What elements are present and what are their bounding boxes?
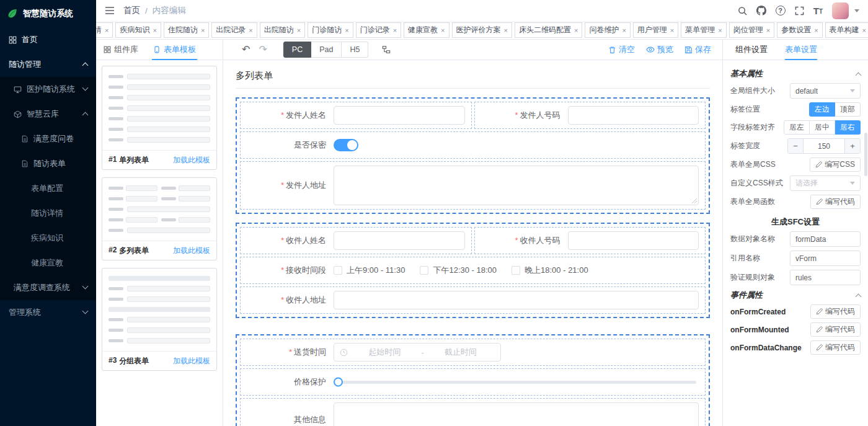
close-icon[interactable]: ×	[392, 27, 397, 34]
form-section-delivery[interactable]: *送货时间 起始时间 - 截止时间 价格保	[236, 334, 710, 426]
form-section-sender[interactable]: *发件人姓名 *发件人号码 是否保密	[236, 97, 710, 214]
search-icon[interactable]	[738, 6, 747, 16]
write-code-button[interactable]: 编写代码	[810, 195, 861, 209]
write-code-button[interactable]: 编写代码	[810, 304, 861, 319]
close-icon[interactable]: ×	[503, 27, 508, 34]
label-pos-top-button[interactable]: 顶部	[835, 102, 861, 117]
write-code-button[interactable]: 编写代码	[810, 322, 861, 337]
tag-param-settings[interactable]: 参数设置×	[777, 22, 822, 38]
sidebar-item-home[interactable]: 首页	[0, 27, 96, 52]
preview-button[interactable]: 预览	[646, 44, 673, 55]
receiver-address-input[interactable]	[334, 291, 699, 309]
close-icon[interactable]: ×	[200, 27, 205, 34]
label-width-value[interactable]: 150	[804, 139, 844, 153]
device-h5-button[interactable]: H5	[342, 42, 368, 58]
form-cell[interactable]: 是否保密	[240, 131, 706, 159]
load-template-link[interactable]: 加载此模板	[173, 356, 210, 366]
close-icon[interactable]: ×	[344, 27, 348, 34]
close-icon[interactable]: ×	[440, 27, 445, 34]
app-logo[interactable]: 智慧随访系统	[0, 0, 96, 27]
close-icon[interactable]: ×	[862, 27, 866, 34]
tab-component-settings[interactable]: 组件设置	[735, 40, 768, 60]
form-cell[interactable]: *收件人地址	[240, 286, 706, 314]
receiver-number-input[interactable]	[568, 231, 699, 250]
slider-track[interactable]	[334, 381, 696, 384]
load-template-link[interactable]: 加载此模板	[173, 246, 210, 256]
global-size-select[interactable]: default	[790, 83, 861, 99]
form-cell[interactable]: 价格保护	[240, 368, 706, 396]
checkbox-evening[interactable]: 晚上18:00 - 21:00	[512, 265, 588, 276]
fullscreen-icon[interactable]	[795, 6, 804, 16]
save-button[interactable]: 保存	[684, 44, 711, 55]
tag-discharge-follow[interactable]: 出院随访×	[260, 22, 305, 38]
slider-knob[interactable]	[334, 378, 343, 387]
event-props-header[interactable]: 事件属性	[730, 290, 861, 301]
sidebar-item-health-education[interactable]: 健康宣教	[0, 251, 96, 275]
form-cell[interactable]: *发件人地址	[240, 161, 706, 210]
close-icon[interactable]: ×	[717, 27, 722, 34]
delivery-time-range[interactable]: 起始时间 - 截止时间	[334, 343, 501, 362]
tag-eval-plan[interactable]: 医护评价方案×	[452, 22, 512, 38]
tag-disease-knowledge[interactable]: 疾病知识×	[115, 22, 161, 38]
tag-form-builder[interactable]: 表单构建×	[825, 22, 868, 38]
align-right-button[interactable]: 居右	[835, 120, 861, 135]
tag-discharge-record[interactable]: 出院记录×	[211, 22, 257, 38]
panel-scrollbar[interactable]	[864, 133, 867, 176]
checkbox-afternoon[interactable]: 下午12:30 - 18:00	[420, 265, 497, 276]
tag-bedside-qrcode[interactable]: 床头二维码配置×	[515, 22, 582, 38]
template-preview[interactable]	[102, 66, 216, 151]
close-icon[interactable]: ×	[621, 27, 626, 34]
decrement-button[interactable]: −	[788, 139, 804, 153]
sidebar-item-satisfaction-survey-system[interactable]: 满意度调查系统	[0, 275, 96, 300]
close-icon[interactable]: ×	[670, 27, 674, 34]
form-cell[interactable]: *收件人姓名	[240, 227, 472, 254]
sidebar-item-follow-form[interactable]: 随访表单	[0, 151, 96, 176]
secret-toggle[interactable]	[334, 139, 358, 151]
avatar-caret-icon[interactable]	[854, 9, 859, 12]
sidebar-item-management-system[interactable]: 管理系统	[0, 300, 96, 325]
tag-menu-mgmt[interactable]: 菜单管理×	[681, 22, 726, 38]
form-cell[interactable]: *发件人号码	[474, 102, 706, 129]
align-left-button[interactable]: 居左	[784, 120, 810, 135]
github-icon[interactable]	[756, 6, 766, 16]
close-icon[interactable]: ×	[813, 27, 818, 34]
checkbox-morning[interactable]: 上午9:00 - 11:30	[334, 265, 405, 276]
device-pc-button[interactable]: PC	[283, 42, 311, 58]
form-cell[interactable]: *发件人姓名	[240, 102, 472, 129]
sidebar-item-satisfaction-questionnaire[interactable]: 满意度问卷	[0, 126, 96, 151]
close-icon[interactable]: ×	[152, 27, 156, 34]
form-cell[interactable]: *收件人号码	[474, 227, 706, 254]
undo-icon[interactable]: ↶	[242, 45, 250, 55]
tag-clipped[interactable]: 情×	[96, 22, 113, 38]
close-icon[interactable]: ×	[296, 27, 301, 34]
sidebar-item-form-config[interactable]: 表单配置	[0, 176, 96, 201]
breadcrumb-home[interactable]: 首页	[123, 5, 140, 16]
form-cell[interactable]: 其他信息	[240, 398, 706, 426]
tag-inpatient-follow[interactable]: 住院随访×	[164, 22, 209, 38]
sender-address-textarea[interactable]	[334, 166, 699, 205]
sidebar-item-follow-detail[interactable]: 随访详情	[0, 201, 96, 226]
tab-component-library[interactable]: 组件库	[96, 40, 146, 60]
tab-form-settings[interactable]: 表单设置	[785, 40, 817, 60]
custom-css-select[interactable]: 请选择	[790, 175, 861, 191]
tag-health-education[interactable]: 健康宣教×	[404, 22, 449, 38]
help-icon[interactable]: ?	[776, 6, 786, 16]
template-preview[interactable]	[102, 178, 216, 241]
tab-form-templates[interactable]: 表单模板	[146, 40, 203, 60]
hamburger-icon[interactable]	[105, 6, 115, 15]
redo-icon[interactable]: ↷	[259, 45, 267, 55]
load-template-link[interactable]: 加载此模板	[173, 155, 210, 166]
tag-user-mgmt[interactable]: 用户管理×	[633, 22, 678, 38]
sender-number-input[interactable]	[568, 106, 699, 125]
write-code-button[interactable]: 编写代码	[810, 340, 861, 355]
data-object-name-input[interactable]	[790, 231, 861, 247]
sidebar-item-medical-follow-system[interactable]: 医护随访系统	[0, 77, 96, 102]
receiver-name-input[interactable]	[334, 231, 465, 250]
tag-outpatient-record[interactable]: 门诊记录×	[356, 22, 401, 38]
ref-name-input[interactable]	[790, 251, 861, 266]
close-icon[interactable]: ×	[104, 27, 108, 34]
basic-props-header[interactable]: 基本属性	[730, 68, 861, 79]
sender-name-input[interactable]	[334, 106, 465, 125]
avatar[interactable]	[832, 2, 849, 19]
increment-button[interactable]: +	[844, 139, 860, 153]
